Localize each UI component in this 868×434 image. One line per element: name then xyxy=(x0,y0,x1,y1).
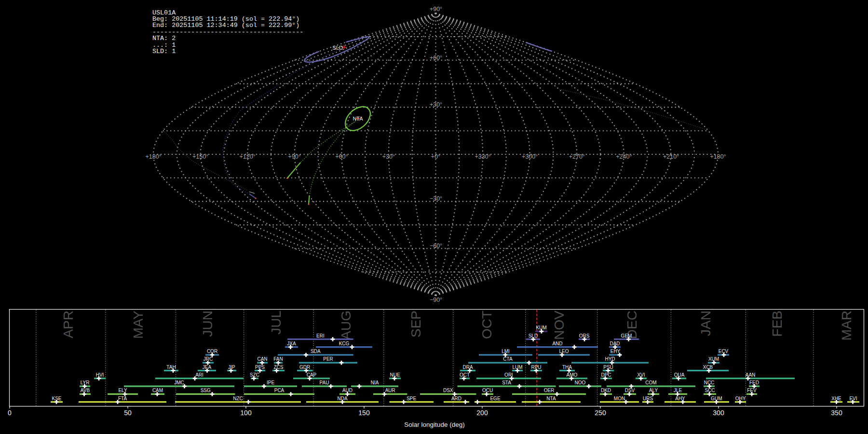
svg-text:EGE: EGE xyxy=(490,396,500,401)
svg-text:FEB: FEB xyxy=(770,311,785,337)
svg-text:ECV: ECV xyxy=(719,349,729,354)
svg-text:+330°: +330° xyxy=(475,153,491,160)
svg-text:SLD: SLD xyxy=(529,333,538,339)
svg-text:350: 350 xyxy=(831,409,842,417)
svg-text:CTA: CTA xyxy=(503,356,513,362)
svg-text:CAN: CAN xyxy=(257,356,267,362)
svg-text:XVI: XVI xyxy=(637,372,645,378)
svg-text:+300°: +300° xyxy=(522,153,538,160)
svg-text:300: 300 xyxy=(713,409,724,417)
svg-text:COM: COM xyxy=(645,380,656,385)
svg-text:SPE: SPE xyxy=(407,396,416,401)
svg-text:DSV: DSV xyxy=(625,388,635,393)
svg-text:HVI: HVI xyxy=(96,372,104,378)
svg-text:PSU: PSU xyxy=(603,365,613,370)
svg-text:URS: URS xyxy=(643,396,653,401)
svg-text:NTA: NTA xyxy=(546,396,556,401)
svg-text:AUD: AUD xyxy=(342,388,353,393)
svg-text:200: 200 xyxy=(476,409,488,417)
svg-text:ERI: ERI xyxy=(316,333,325,339)
svg-text:PAU: PAU xyxy=(320,380,329,385)
svg-text:ARI: ARI xyxy=(195,372,203,378)
svg-text:−30°: −30° xyxy=(430,195,442,202)
svg-text:ORI: ORI xyxy=(504,372,513,378)
svg-text:PCA: PCA xyxy=(274,388,285,393)
svg-text:COR: COR xyxy=(207,349,217,354)
svg-text:SSG: SSG xyxy=(201,388,211,393)
svg-text:FEV: FEV xyxy=(747,388,757,393)
svg-text:ORS: ORS xyxy=(579,333,590,339)
svg-text:XCB: XCB xyxy=(703,365,713,370)
svg-text:+120°: +120° xyxy=(240,153,256,160)
svg-text:SDA: SDA xyxy=(311,349,321,354)
svg-text:GDR: GDR xyxy=(299,365,310,370)
svg-text:AVB: AVB xyxy=(81,388,90,393)
svg-text:AAN: AAN xyxy=(746,372,756,378)
svg-text:FTA: FTA xyxy=(118,396,127,401)
svg-text:MAR: MAR xyxy=(839,311,854,340)
svg-text:OER: OER xyxy=(544,388,555,393)
svg-text:+180°: +180° xyxy=(710,153,726,160)
svg-text:JRC: JRC xyxy=(203,356,213,362)
svg-text:AUR: AUR xyxy=(385,388,395,393)
svg-text:JAN: JAN xyxy=(698,311,713,336)
svg-text:SCC: SCC xyxy=(705,388,715,393)
svg-text:IPE: IPE xyxy=(267,380,274,385)
svg-text:FED: FED xyxy=(749,380,759,385)
svg-text:0: 0 xyxy=(8,409,12,417)
svg-text:KSE: KSE xyxy=(52,396,61,401)
svg-text:JEA: JEA xyxy=(203,365,212,370)
svg-text:KUM: KUM xyxy=(536,325,546,330)
svg-text:+90°: +90° xyxy=(288,153,301,160)
svg-text:JLE: JLE xyxy=(674,388,682,393)
svg-text:DAD: DAD xyxy=(610,341,620,346)
svg-text:OCT: OCT xyxy=(460,372,470,378)
svg-text:HYD: HYD xyxy=(605,356,615,362)
svg-text:Solar longitude (deg): Solar longitude (deg) xyxy=(404,421,464,428)
svg-text:OCT: OCT xyxy=(479,311,494,339)
svg-text:SLD: SLD xyxy=(333,45,343,51)
svg-text:AUG: AUG xyxy=(339,311,353,340)
svg-text:MAY: MAY xyxy=(131,311,146,339)
svg-text:250: 250 xyxy=(595,409,606,417)
svg-text:LMI: LMI xyxy=(502,349,510,354)
svg-text:+90°: +90° xyxy=(430,6,442,13)
svg-text:NZC: NZC xyxy=(233,396,243,401)
svg-text:NOO: NOO xyxy=(575,380,586,385)
svg-text:ARD: ARD xyxy=(451,396,461,401)
svg-text:ELY: ELY xyxy=(118,388,127,393)
svg-text:XUM: XUM xyxy=(708,356,719,362)
svg-text:QUA: QUA xyxy=(674,372,685,378)
svg-text:EVI: EVI xyxy=(849,396,857,401)
svg-text:GUM: GUM xyxy=(711,396,722,401)
svg-text:JUN: JUN xyxy=(200,311,215,337)
svg-text:TAH: TAH xyxy=(166,365,176,370)
svg-text:+60°: +60° xyxy=(335,153,348,160)
svg-text:50: 50 xyxy=(124,409,132,417)
svg-text:APR: APR xyxy=(61,311,76,339)
svg-text:DKD: DKD xyxy=(601,388,611,393)
svg-text:EHY: EHY xyxy=(610,349,621,354)
svg-text:PER: PER xyxy=(323,356,333,362)
svg-text:PPS: PPS xyxy=(255,365,265,370)
svg-text:100: 100 xyxy=(240,409,252,417)
svg-text:DRA: DRA xyxy=(462,365,473,370)
svg-text:ALY: ALY xyxy=(649,388,658,393)
svg-text:LEO: LEO xyxy=(559,349,569,354)
svg-text:+270°: +270° xyxy=(569,153,585,160)
svg-text:THA: THA xyxy=(562,365,572,370)
svg-text:+150°: +150° xyxy=(192,153,208,160)
svg-text:RPU: RPU xyxy=(531,365,541,370)
svg-text:MON: MON xyxy=(614,396,625,401)
svg-text:+0°: +0° xyxy=(431,153,440,160)
svg-text:STA: STA xyxy=(502,380,511,385)
svg-text:JXA: JXA xyxy=(287,341,296,346)
svg-text:NIA: NIA xyxy=(371,380,379,385)
svg-text:CAP: CAP xyxy=(307,372,317,378)
svg-text:NTA: NTA xyxy=(353,116,363,122)
svg-text:AHY: AHY xyxy=(675,396,685,401)
svg-text:AND: AND xyxy=(552,341,562,346)
svg-text:NUE: NUE xyxy=(390,372,400,378)
svg-text:+30°: +30° xyxy=(382,153,395,160)
svg-text:NOV: NOV xyxy=(552,311,567,340)
